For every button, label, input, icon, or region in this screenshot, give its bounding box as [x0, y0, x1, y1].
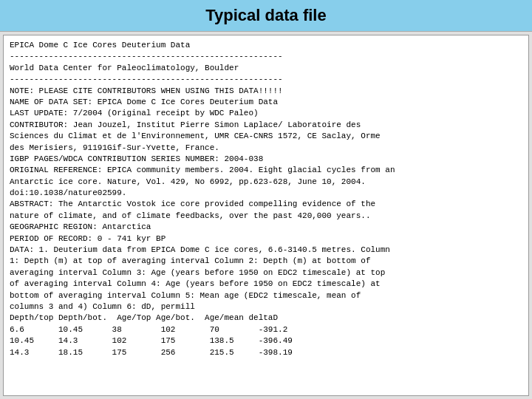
- content-area: EPICA Dome C Ice Cores Deuterium Data --…: [3, 35, 529, 396]
- page-title: Typical data file: [0, 0, 532, 32]
- data-text: EPICA Dome C Ice Cores Deuterium Data --…: [10, 40, 522, 358]
